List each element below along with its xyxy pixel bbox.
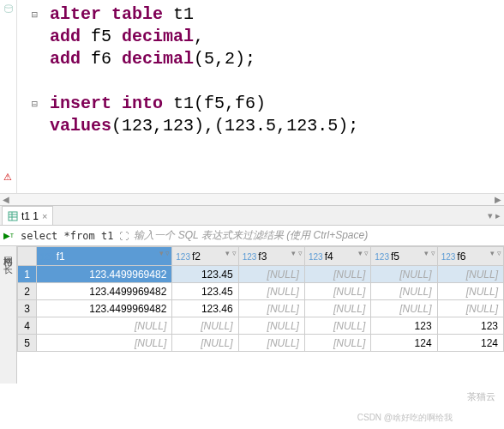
cell[interactable]: [NULL] — [371, 300, 437, 317]
scroll-left-icon[interactable]: ◀ — [0, 194, 12, 206]
fold-marker[interactable]: ⊟ — [17, 3, 38, 26]
result-grid-area: 网格 长 123f1▾ ▿123f2▾ ▿123f3▾ ▿123f4▾ ▿123… — [0, 246, 504, 384]
row-number[interactable]: 1 — [18, 266, 37, 283]
cell[interactable]: [NULL] — [437, 300, 503, 317]
row-number[interactable]: 2 — [18, 283, 37, 300]
column-header[interactable]: 123f1▾ ▿ — [37, 247, 172, 266]
side-tab-grid[interactable]: 网格 — [2, 246, 15, 253]
cell[interactable]: [NULL] — [304, 317, 370, 335]
cell[interactable]: 124 — [371, 335, 437, 352]
cell[interactable]: [NULL] — [238, 335, 304, 352]
row-number[interactable]: 4 — [18, 317, 37, 335]
cell[interactable]: 123.46 — [172, 300, 238, 317]
filter-hint[interactable]: 输入一个 SQL 表达式来过滤结果 (使用 Ctrl+Space) — [130, 228, 368, 243]
cell[interactable]: [NULL] — [304, 300, 370, 317]
cell[interactable]: [NULL] — [371, 266, 437, 283]
svg-point-0 — [4, 5, 12, 9]
cell[interactable]: [NULL] — [304, 283, 370, 300]
code-content[interactable]: alter table t1add f5 decimal,add f6 deci… — [43, 0, 504, 193]
cell[interactable]: [NULL] — [437, 266, 503, 283]
cell[interactable]: 123.45 — [172, 283, 238, 300]
execute-icon[interactable]: ▶T — [0, 231, 17, 240]
cell[interactable]: [NULL] — [238, 300, 304, 317]
fold-marker[interactable]: ⊟ — [17, 93, 38, 115]
svg-rect-1 — [9, 212, 17, 221]
filter-bar: ▶T select *from t1 ⛶ 输入一个 SQL 表达式来过滤结果 (… — [0, 226, 504, 246]
cell[interactable]: [NULL] — [437, 283, 503, 300]
cell[interactable]: [NULL] — [371, 283, 437, 300]
column-header[interactable]: 123f4▾ ▿ — [304, 247, 370, 266]
db-icon — [3, 3, 15, 15]
cell[interactable]: [NULL] — [238, 283, 304, 300]
table-row[interactable]: 3123.4499969482123.46[NULL][NULL][NULL][… — [18, 300, 504, 317]
watermark: 茶猫云 — [467, 390, 495, 403]
close-icon[interactable]: × — [42, 211, 47, 221]
tabs-menu-icon[interactable]: ▾ ▸ — [488, 210, 504, 221]
result-grid[interactable]: 123f1▾ ▿123f2▾ ▿123f3▾ ▿123f4▾ ▿123f5▾ ▿… — [17, 246, 504, 352]
cell[interactable]: [NULL] — [238, 266, 304, 283]
row-number[interactable]: 3 — [18, 300, 37, 317]
cell[interactable]: 124 — [437, 335, 503, 352]
column-header[interactable]: 123f3▾ ▿ — [238, 247, 304, 266]
cell[interactable]: [NULL] — [172, 335, 238, 352]
table-row[interactable]: 4[NULL][NULL][NULL][NULL]123123 — [18, 317, 504, 335]
cell[interactable]: [NULL] — [172, 317, 238, 335]
cell[interactable]: 123.45 — [172, 266, 238, 283]
grid-side-tabs[interactable]: 网格 长 — [0, 246, 17, 384]
column-header[interactable]: 123f2▾ ▿ — [172, 247, 238, 266]
tab-label: t1 1 — [21, 210, 39, 222]
cell[interactable]: [NULL] — [37, 335, 172, 352]
cell[interactable]: 123.4499969482 — [37, 283, 172, 300]
fold-gutter: ⊟ ⊟ — [17, 0, 43, 193]
editor-icon-gutter — [0, 0, 17, 193]
table-row[interactable]: 1123.4499969482123.45[NULL][NULL][NULL][… — [18, 266, 504, 283]
row-header-corner[interactable] — [18, 247, 37, 266]
tab-result[interactable]: t1 1 × — [2, 206, 53, 225]
editor-scrollbar[interactable]: ◀ ▶ — [0, 193, 504, 205]
result-tabs: t1 1 × ▾ ▸ — [0, 205, 504, 226]
column-header[interactable]: 123f6▾ ▿ — [437, 247, 503, 266]
table-icon — [8, 211, 18, 221]
cell[interactable]: 123.4499969482 — [37, 266, 172, 283]
column-header[interactable]: 123f5▾ ▿ — [371, 247, 437, 266]
cell[interactable]: [NULL] — [238, 317, 304, 335]
cell[interactable]: 123 — [437, 317, 503, 335]
table-row[interactable]: 2123.4499969482123.45[NULL][NULL][NULL][… — [18, 283, 504, 300]
table-row[interactable]: 5[NULL][NULL][NULL][NULL]124124 — [18, 335, 504, 352]
row-number[interactable]: 5 — [18, 335, 37, 352]
cell[interactable]: [NULL] — [37, 317, 172, 335]
scroll-right-icon[interactable]: ▶ — [492, 194, 504, 206]
cell[interactable]: 123 — [371, 317, 437, 335]
cell[interactable]: [NULL] — [304, 335, 370, 352]
sql-editor[interactable]: ⊟ ⊟ alter table t1add f5 decimal,add f6 … — [0, 0, 504, 193]
expand-icon[interactable]: ⛶ — [117, 231, 130, 241]
cell[interactable]: 123.4499969482 — [37, 300, 172, 317]
watermark-csdn: CSDN @啥好吃的啊给我 — [357, 412, 453, 424]
error-icon: ⚠ — [3, 172, 12, 183]
side-tab-long[interactable]: 长 — [2, 253, 15, 260]
cell[interactable]: [NULL] — [304, 266, 370, 283]
filter-sql-text: select *from t1 — [17, 230, 117, 242]
